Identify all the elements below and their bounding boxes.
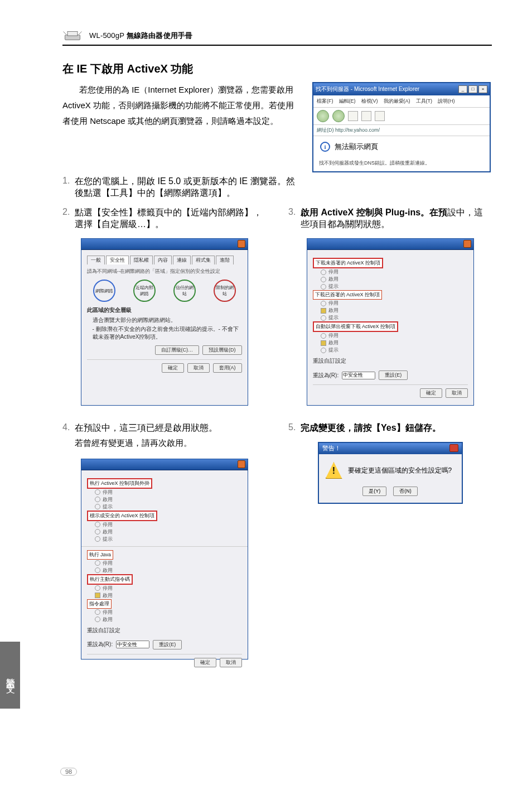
page-number: 98: [60, 768, 77, 776]
close-icon[interactable]: [463, 240, 471, 248]
custom-level-button[interactable]: 自訂層級(C)…: [155, 345, 200, 355]
group-header: 執行 Java: [87, 550, 114, 560]
opt-enable[interactable]: 啟用: [103, 617, 113, 622]
opt-disable[interactable]: 停用: [328, 300, 338, 306]
home-icon[interactable]: [375, 111, 385, 121]
group-header: 下載已簽署的 ActiveX 控制項: [313, 290, 383, 300]
level-desc2: - 刪除潛在不安全的內容之前會先出現確認的提示。- 不會下載未簽署的Active…: [93, 325, 242, 341]
menu-item[interactable]: 說明(H): [438, 98, 455, 105]
group-header: 執行主動式指令碼: [87, 574, 133, 585]
group-header: 執行 ActiveX 控制項與外掛: [87, 478, 153, 489]
default-level-button[interactable]: 預設層級(D): [202, 345, 242, 355]
stop-icon[interactable]: [348, 111, 358, 121]
zone-internet[interactable]: 網際網路: [93, 280, 115, 302]
menu-item[interactable]: 編輯(E): [339, 98, 356, 105]
zone-hint: 請為不同網域--在網際網路的「區域」指定個別的安全性設定: [87, 268, 242, 275]
menu-item[interactable]: 檔案(F): [317, 98, 333, 105]
step-number: 2.: [62, 207, 75, 230]
maximize-icon[interactable]: □: [468, 85, 477, 93]
reset-to-label: 重設為(R):: [87, 641, 113, 648]
confirm-dialog: 警告！ 要確定更這個區域的安全性設定嗎? 是(Y) 否(N): [318, 442, 463, 504]
model-subtitle: 無線路由器使用手冊: [127, 31, 193, 40]
info-icon: i: [320, 142, 330, 152]
step-2-text: 點選【安全性】標籤頁中的【近端內部網路】，選擇【自定層級…】。: [75, 207, 266, 230]
menu-item[interactable]: 工具(T): [416, 98, 433, 105]
group-header: 自動以彈出視窗下載 ActiveX 控制項: [313, 321, 399, 332]
tab-prog[interactable]: 程式集: [192, 256, 215, 264]
group-header: 標示成安全的 ActiveX 控制項: [87, 511, 158, 521]
tab-privacy[interactable]: 隱私權: [130, 256, 153, 264]
ie-error-main: 無法顯示網頁: [335, 142, 378, 152]
opt-enable[interactable]: 啟用: [103, 497, 113, 502]
reset-section-label: 重設自訂設定: [313, 357, 468, 365]
apply-button[interactable]: 套用(A): [213, 363, 242, 373]
ie-window-title: 找不到伺服器 - Microsoft Internet Explorer: [316, 85, 419, 93]
opt-disable[interactable]: 停用: [103, 489, 113, 495]
no-button[interactable]: 否(N): [393, 487, 418, 496]
opt-enable[interactable]: 啟用: [103, 529, 113, 535]
close-icon[interactable]: ×: [478, 85, 487, 93]
window-buttons: _ □ ×: [458, 85, 487, 93]
zone-trusted[interactable]: 信任的網站: [173, 280, 196, 302]
step-number: 1.: [62, 176, 75, 199]
reset-combo[interactable]: [342, 372, 375, 379]
back-icon[interactable]: [317, 110, 329, 122]
cancel-button[interactable]: 取消: [220, 658, 242, 667]
opt-disable[interactable]: 停用: [328, 333, 338, 338]
opt-enable[interactable]: 啟用: [328, 307, 338, 313]
opt-prompt[interactable]: 提示: [103, 504, 113, 509]
refresh-icon[interactable]: [361, 111, 371, 121]
side-language-tab: 繁體中文: [0, 642, 20, 709]
reset-button[interactable]: 重設(E): [153, 640, 182, 649]
svg-line-3: [79, 32, 82, 35]
menu-item[interactable]: 我的最愛(A): [384, 98, 410, 105]
confirm-message: 要確定更這個區域的安全性設定嗎?: [348, 466, 452, 475]
opt-prompt[interactable]: 提示: [328, 315, 338, 320]
model-code: WL-500gP: [89, 31, 124, 40]
tab-security[interactable]: 安全性: [106, 256, 129, 264]
minimize-icon[interactable]: _: [458, 85, 467, 93]
section-title: 在 IE 下啟用 ActiveX 功能: [62, 61, 492, 76]
address-bar[interactable]: 網址(D) http://tw.yahoo.com/: [313, 125, 490, 136]
reset-combo[interactable]: [116, 641, 149, 648]
intro-paragraph: 若您使用的為 IE（Internet Explorer）瀏覽器，您需要啟用 Ac…: [62, 82, 302, 172]
zone-restricted[interactable]: 限制的網站: [214, 280, 236, 302]
opt-enable[interactable]: 啟用: [328, 276, 338, 282]
reset-button[interactable]: 重設(E): [379, 370, 408, 380]
forward-icon[interactable]: [332, 110, 345, 122]
step-number: 4.: [62, 422, 75, 434]
opt-enable[interactable]: 啟用: [103, 567, 113, 573]
opt-prompt[interactable]: 提示: [328, 283, 338, 289]
close-icon[interactable]: [449, 444, 458, 452]
confirm-title: 警告！: [322, 444, 341, 453]
ok-button[interactable]: 確定: [420, 388, 442, 398]
ok-button[interactable]: 確定: [194, 658, 216, 667]
opt-enable[interactable]: 啟用: [103, 593, 113, 598]
tab-conn[interactable]: 連線: [173, 256, 191, 264]
opt-disable[interactable]: 停用: [103, 585, 113, 591]
group-header: 下載未簽署的 ActiveX 控制項: [313, 258, 384, 268]
tab-general[interactable]: 一般: [87, 256, 105, 264]
opt-disable[interactable]: 停用: [103, 560, 113, 566]
menu-item[interactable]: 檢視(V): [361, 98, 378, 105]
opt-disable[interactable]: 停用: [103, 609, 113, 615]
close-icon[interactable]: [238, 240, 245, 248]
opt-enable[interactable]: 啟用: [328, 340, 338, 345]
opt-disable[interactable]: 停用: [103, 522, 113, 527]
ie-menu-bar: 檔案(F) 編輯(E) 檢視(V) 我的最愛(A) 工具(T) 說明(H): [313, 95, 490, 108]
cancel-button[interactable]: 取消: [187, 363, 210, 373]
tab-content[interactable]: 內容: [154, 256, 172, 264]
step-3-lead: 啟用 ActiveX 控制與 Plug-ins。在預: [301, 208, 447, 217]
close-icon[interactable]: [238, 460, 245, 468]
opt-prompt[interactable]: 提示: [103, 536, 113, 542]
router-icon: [62, 29, 83, 42]
step-5-text: 完成變更後，請按【Yes】鈕儲存。: [301, 422, 492, 434]
zone-intranet[interactable]: 近端內部網路: [133, 280, 156, 302]
yes-button[interactable]: 是(Y): [362, 487, 386, 496]
tab-adv[interactable]: 進階: [216, 256, 234, 264]
opt-prompt[interactable]: 提示: [328, 347, 338, 353]
ie-error-screenshot: 找不到伺服器 - Microsoft Internet Explorer _ □…: [312, 82, 492, 172]
opt-disable[interactable]: 停用: [328, 269, 338, 275]
cancel-button[interactable]: 取消: [446, 388, 468, 398]
ok-button[interactable]: 確定: [162, 363, 184, 373]
